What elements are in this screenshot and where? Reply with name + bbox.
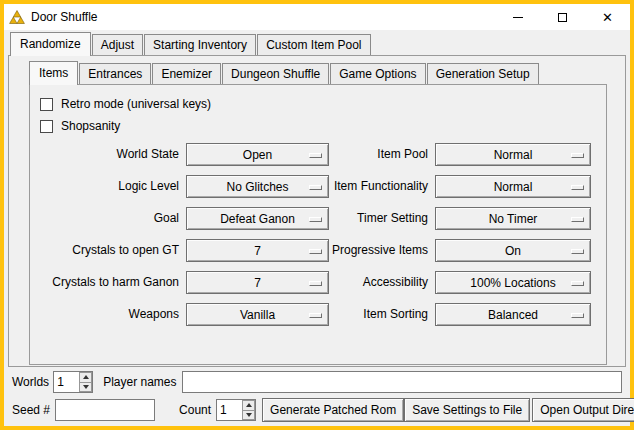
world-state-value: Open — [243, 148, 272, 162]
menu-indicator-icon — [571, 249, 584, 254]
player-names-label: Player names — [103, 375, 176, 389]
tab-game-options[interactable]: Game Options — [330, 63, 425, 84]
menu-indicator-icon — [309, 281, 322, 286]
options-grid: World State Open Item Pool Normal Logic … — [40, 143, 596, 326]
tab-dungeon-shuffle[interactable]: Dungeon Shuffle — [222, 63, 329, 84]
seed-input[interactable] — [55, 399, 155, 421]
menu-indicator-icon — [571, 217, 584, 222]
menu-indicator-icon — [309, 185, 322, 190]
weapons-label: Weapons — [40, 303, 186, 326]
tab-generation-setup[interactable]: Generation Setup — [427, 63, 539, 84]
retro-mode-checkbox[interactable] — [40, 98, 53, 111]
item-functionality-value: Normal — [494, 180, 533, 194]
progressive-items-value: On — [505, 244, 521, 258]
tab-custom-item-pool[interactable]: Custom Item Pool — [257, 34, 370, 55]
count-input[interactable] — [217, 400, 242, 420]
spin-down-icon — [83, 385, 89, 389]
item-functionality-label: Item Functionality — [329, 175, 435, 198]
open-output-directory-button[interactable]: Open Output Directory — [532, 398, 634, 422]
accessibility-value: 100% Locations — [470, 276, 555, 290]
world-state-dropdown[interactable]: Open — [186, 143, 329, 166]
window-title: Door Shuffle — [31, 10, 98, 24]
randomize-pane: Items Entrances Enemizer Dungeon Shuffle… — [8, 55, 626, 367]
spin-up-icon — [246, 403, 252, 407]
inner-tabstrip: Items Entrances Enemizer Dungeon Shuffle… — [29, 61, 625, 84]
item-pool-value: Normal — [494, 148, 533, 162]
worlds-spin-arrows — [79, 372, 92, 392]
spin-down-icon — [246, 413, 252, 417]
timer-setting-dropdown[interactable]: No Timer — [435, 207, 591, 230]
item-functionality-dropdown[interactable]: Normal — [435, 175, 591, 198]
weapons-value: Vanilla — [240, 308, 275, 322]
item-sorting-label: Item Sorting — [329, 303, 435, 326]
menu-indicator-icon — [309, 313, 322, 318]
worlds-spinbox[interactable] — [53, 371, 93, 393]
minimize-icon — [513, 17, 523, 18]
logic-level-label: Logic Level — [40, 175, 186, 198]
worlds-spin-up[interactable] — [79, 372, 92, 383]
maximize-button[interactable] — [540, 4, 585, 30]
app-icon — [9, 9, 25, 25]
goal-label: Goal — [40, 207, 186, 230]
goal-value: Defeat Ganon — [220, 212, 295, 226]
titlebar: Door Shuffle ✕ — [4, 4, 630, 30]
worlds-row: Worlds Player names — [12, 370, 622, 394]
close-icon: ✕ — [602, 11, 613, 24]
weapons-dropdown[interactable]: Vanilla — [186, 303, 329, 326]
logic-level-value: No Glitches — [226, 180, 288, 194]
maximize-icon — [558, 13, 567, 22]
item-sorting-dropdown[interactable]: Balanced — [435, 303, 591, 326]
timer-setting-label: Timer Setting — [329, 207, 435, 230]
item-sorting-value: Balanced — [488, 308, 538, 322]
count-label: Count — [179, 403, 211, 417]
retro-mode-check-row[interactable]: Retro mode (universal keys) — [40, 93, 596, 115]
crystals-gt-value: 7 — [254, 244, 261, 258]
item-pool-dropdown[interactable]: Normal — [435, 143, 591, 166]
window-body: Randomize Adjust Starting Inventory Cust… — [4, 30, 630, 426]
goal-dropdown[interactable]: Defeat Ganon — [186, 207, 329, 230]
accessibility-dropdown[interactable]: 100% Locations — [435, 271, 591, 294]
menu-indicator-icon — [309, 249, 322, 254]
shopsanity-check-row[interactable]: Shopsanity — [40, 115, 596, 137]
tab-randomize[interactable]: Randomize — [10, 32, 91, 56]
crystals-ganon-dropdown[interactable]: 7 — [186, 271, 329, 294]
logic-level-dropdown[interactable]: No Glitches — [186, 175, 329, 198]
caption-buttons: ✕ — [495, 4, 630, 30]
world-state-label: World State — [40, 143, 186, 166]
shopsanity-label: Shopsanity — [61, 119, 120, 133]
worlds-input[interactable] — [54, 372, 79, 392]
crystals-ganon-label: Crystals to harm Ganon — [40, 271, 186, 294]
tab-adjust[interactable]: Adjust — [92, 34, 143, 55]
menu-indicator-icon — [309, 153, 322, 158]
worlds-spin-down[interactable] — [79, 383, 92, 393]
items-pane: Retro mode (universal keys) Shopsanity W… — [29, 84, 607, 365]
seed-row: Seed # Count Generate Patched Rom Save S… — [12, 398, 622, 422]
player-names-input[interactable] — [182, 371, 623, 393]
spin-up-icon — [83, 375, 89, 379]
menu-indicator-icon — [571, 281, 584, 286]
generate-patched-rom-button[interactable]: Generate Patched Rom — [262, 398, 404, 422]
crystals-ganon-value: 7 — [254, 276, 261, 290]
progressive-items-label: Progressive Items — [329, 239, 435, 262]
tab-entrances[interactable]: Entrances — [79, 63, 151, 84]
tab-enemizer[interactable]: Enemizer — [152, 63, 221, 84]
tab-starting-inventory[interactable]: Starting Inventory — [144, 34, 256, 55]
minimize-button[interactable] — [495, 4, 540, 30]
progressive-items-dropdown[interactable]: On — [435, 239, 591, 262]
count-spin-down[interactable] — [242, 411, 255, 421]
timer-setting-value: No Timer — [489, 212, 538, 226]
seed-label: Seed # — [12, 403, 50, 417]
save-settings-button[interactable]: Save Settings to File — [404, 398, 530, 422]
tab-items[interactable]: Items — [29, 61, 78, 85]
crystals-gt-dropdown[interactable]: 7 — [186, 239, 329, 262]
menu-indicator-icon — [309, 217, 322, 222]
count-spin-up[interactable] — [242, 400, 255, 411]
count-spinbox[interactable] — [216, 399, 256, 421]
close-button[interactable]: ✕ — [585, 4, 630, 30]
count-spin-arrows — [242, 400, 255, 420]
shopsanity-checkbox[interactable] — [40, 120, 53, 133]
outer-tabstrip: Randomize Adjust Starting Inventory Cust… — [8, 32, 626, 55]
window: Door Shuffle ✕ Randomize Adjust Starting… — [0, 0, 634, 430]
menu-indicator-icon — [571, 185, 584, 190]
menu-indicator-icon — [571, 153, 584, 158]
